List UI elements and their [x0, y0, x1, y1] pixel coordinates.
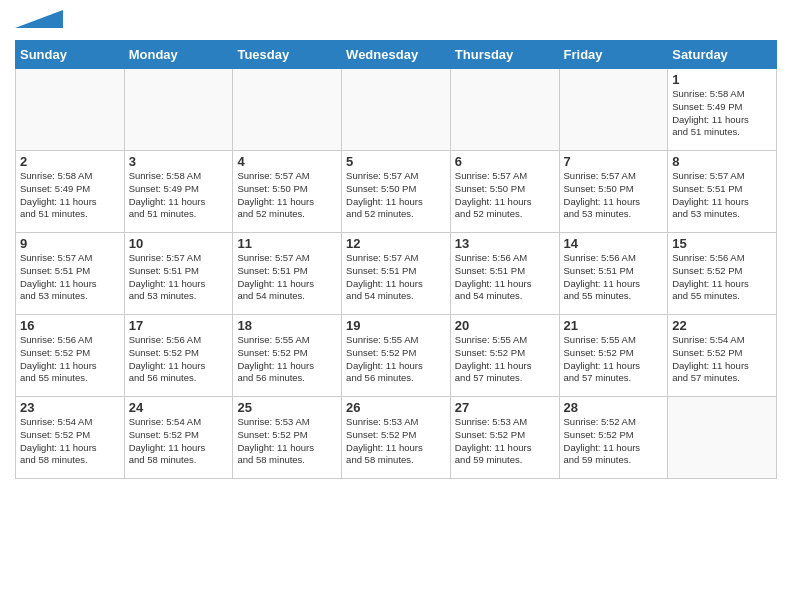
- logo-triangle-icon: [15, 10, 63, 28]
- calendar-cell: 18Sunrise: 5:55 AMSunset: 5:52 PMDayligh…: [233, 315, 342, 397]
- weekday-header: Sunday: [16, 41, 125, 69]
- calendar-cell: [450, 69, 559, 151]
- day-detail: Sunrise: 5:56 AMSunset: 5:52 PMDaylight:…: [20, 334, 120, 385]
- day-detail: Sunrise: 5:57 AMSunset: 5:51 PMDaylight:…: [672, 170, 772, 221]
- weekday-header: Thursday: [450, 41, 559, 69]
- day-detail: Sunrise: 5:57 AMSunset: 5:50 PMDaylight:…: [237, 170, 337, 221]
- day-number: 11: [237, 236, 337, 251]
- calendar-cell: 23Sunrise: 5:54 AMSunset: 5:52 PMDayligh…: [16, 397, 125, 479]
- day-detail: Sunrise: 5:58 AMSunset: 5:49 PMDaylight:…: [129, 170, 229, 221]
- day-detail: Sunrise: 5:56 AMSunset: 5:52 PMDaylight:…: [129, 334, 229, 385]
- calendar-table: SundayMondayTuesdayWednesdayThursdayFrid…: [15, 40, 777, 479]
- calendar-cell: 4Sunrise: 5:57 AMSunset: 5:50 PMDaylight…: [233, 151, 342, 233]
- calendar-cell: 8Sunrise: 5:57 AMSunset: 5:51 PMDaylight…: [668, 151, 777, 233]
- calendar-cell: 26Sunrise: 5:53 AMSunset: 5:52 PMDayligh…: [342, 397, 451, 479]
- calendar-cell: 11Sunrise: 5:57 AMSunset: 5:51 PMDayligh…: [233, 233, 342, 315]
- calendar-cell: 7Sunrise: 5:57 AMSunset: 5:50 PMDaylight…: [559, 151, 668, 233]
- calendar-cell: 24Sunrise: 5:54 AMSunset: 5:52 PMDayligh…: [124, 397, 233, 479]
- day-number: 24: [129, 400, 229, 415]
- day-detail: Sunrise: 5:54 AMSunset: 5:52 PMDaylight:…: [672, 334, 772, 385]
- calendar-cell: 12Sunrise: 5:57 AMSunset: 5:51 PMDayligh…: [342, 233, 451, 315]
- day-detail: Sunrise: 5:55 AMSunset: 5:52 PMDaylight:…: [455, 334, 555, 385]
- calendar-week-row: 2Sunrise: 5:58 AMSunset: 5:49 PMDaylight…: [16, 151, 777, 233]
- day-detail: Sunrise: 5:56 AMSunset: 5:52 PMDaylight:…: [672, 252, 772, 303]
- day-number: 22: [672, 318, 772, 333]
- day-number: 21: [564, 318, 664, 333]
- day-number: 4: [237, 154, 337, 169]
- calendar-week-row: 23Sunrise: 5:54 AMSunset: 5:52 PMDayligh…: [16, 397, 777, 479]
- calendar-week-row: 9Sunrise: 5:57 AMSunset: 5:51 PMDaylight…: [16, 233, 777, 315]
- calendar-cell: 9Sunrise: 5:57 AMSunset: 5:51 PMDaylight…: [16, 233, 125, 315]
- calendar-cell: 15Sunrise: 5:56 AMSunset: 5:52 PMDayligh…: [668, 233, 777, 315]
- calendar-cell: [559, 69, 668, 151]
- day-number: 5: [346, 154, 446, 169]
- day-number: 18: [237, 318, 337, 333]
- calendar-cell: [16, 69, 125, 151]
- calendar-cell: 5Sunrise: 5:57 AMSunset: 5:50 PMDaylight…: [342, 151, 451, 233]
- day-detail: Sunrise: 5:57 AMSunset: 5:51 PMDaylight:…: [20, 252, 120, 303]
- weekday-header: Friday: [559, 41, 668, 69]
- calendar-cell: 21Sunrise: 5:55 AMSunset: 5:52 PMDayligh…: [559, 315, 668, 397]
- day-detail: Sunrise: 5:53 AMSunset: 5:52 PMDaylight:…: [346, 416, 446, 467]
- weekday-header: Tuesday: [233, 41, 342, 69]
- day-number: 28: [564, 400, 664, 415]
- day-number: 27: [455, 400, 555, 415]
- calendar-cell: 27Sunrise: 5:53 AMSunset: 5:52 PMDayligh…: [450, 397, 559, 479]
- day-detail: Sunrise: 5:57 AMSunset: 5:51 PMDaylight:…: [346, 252, 446, 303]
- weekday-header-row: SundayMondayTuesdayWednesdayThursdayFrid…: [16, 41, 777, 69]
- calendar-cell: 16Sunrise: 5:56 AMSunset: 5:52 PMDayligh…: [16, 315, 125, 397]
- day-number: 1: [672, 72, 772, 87]
- day-number: 13: [455, 236, 555, 251]
- day-detail: Sunrise: 5:57 AMSunset: 5:51 PMDaylight:…: [129, 252, 229, 303]
- day-detail: Sunrise: 5:57 AMSunset: 5:51 PMDaylight:…: [237, 252, 337, 303]
- day-number: 12: [346, 236, 446, 251]
- calendar-cell: [342, 69, 451, 151]
- day-number: 20: [455, 318, 555, 333]
- day-detail: Sunrise: 5:55 AMSunset: 5:52 PMDaylight:…: [237, 334, 337, 385]
- calendar-cell: 10Sunrise: 5:57 AMSunset: 5:51 PMDayligh…: [124, 233, 233, 315]
- calendar-cell: 3Sunrise: 5:58 AMSunset: 5:49 PMDaylight…: [124, 151, 233, 233]
- calendar-cell: 25Sunrise: 5:53 AMSunset: 5:52 PMDayligh…: [233, 397, 342, 479]
- day-detail: Sunrise: 5:54 AMSunset: 5:52 PMDaylight:…: [20, 416, 120, 467]
- day-detail: Sunrise: 5:55 AMSunset: 5:52 PMDaylight:…: [564, 334, 664, 385]
- weekday-header: Wednesday: [342, 41, 451, 69]
- header-area: [15, 10, 777, 32]
- calendar-cell: [233, 69, 342, 151]
- day-detail: Sunrise: 5:56 AMSunset: 5:51 PMDaylight:…: [564, 252, 664, 303]
- page: SundayMondayTuesdayWednesdayThursdayFrid…: [0, 0, 792, 489]
- calendar-cell: [124, 69, 233, 151]
- calendar-cell: 13Sunrise: 5:56 AMSunset: 5:51 PMDayligh…: [450, 233, 559, 315]
- calendar-cell: 6Sunrise: 5:57 AMSunset: 5:50 PMDaylight…: [450, 151, 559, 233]
- calendar-cell: 28Sunrise: 5:52 AMSunset: 5:52 PMDayligh…: [559, 397, 668, 479]
- day-detail: Sunrise: 5:58 AMSunset: 5:49 PMDaylight:…: [20, 170, 120, 221]
- day-detail: Sunrise: 5:58 AMSunset: 5:49 PMDaylight:…: [672, 88, 772, 139]
- day-number: 8: [672, 154, 772, 169]
- day-detail: Sunrise: 5:57 AMSunset: 5:50 PMDaylight:…: [346, 170, 446, 221]
- calendar-cell: 20Sunrise: 5:55 AMSunset: 5:52 PMDayligh…: [450, 315, 559, 397]
- calendar-cell: 14Sunrise: 5:56 AMSunset: 5:51 PMDayligh…: [559, 233, 668, 315]
- day-number: 19: [346, 318, 446, 333]
- day-number: 15: [672, 236, 772, 251]
- day-number: 9: [20, 236, 120, 251]
- day-number: 6: [455, 154, 555, 169]
- svg-marker-0: [15, 10, 63, 28]
- logo: [15, 10, 63, 32]
- day-detail: Sunrise: 5:57 AMSunset: 5:50 PMDaylight:…: [564, 170, 664, 221]
- day-number: 16: [20, 318, 120, 333]
- day-number: 14: [564, 236, 664, 251]
- day-detail: Sunrise: 5:52 AMSunset: 5:52 PMDaylight:…: [564, 416, 664, 467]
- day-detail: Sunrise: 5:57 AMSunset: 5:50 PMDaylight:…: [455, 170, 555, 221]
- calendar-week-row: 16Sunrise: 5:56 AMSunset: 5:52 PMDayligh…: [16, 315, 777, 397]
- calendar-week-row: 1Sunrise: 5:58 AMSunset: 5:49 PMDaylight…: [16, 69, 777, 151]
- day-number: 17: [129, 318, 229, 333]
- weekday-header: Saturday: [668, 41, 777, 69]
- day-detail: Sunrise: 5:54 AMSunset: 5:52 PMDaylight:…: [129, 416, 229, 467]
- day-number: 23: [20, 400, 120, 415]
- day-number: 25: [237, 400, 337, 415]
- calendar-cell: 2Sunrise: 5:58 AMSunset: 5:49 PMDaylight…: [16, 151, 125, 233]
- calendar-cell: 1Sunrise: 5:58 AMSunset: 5:49 PMDaylight…: [668, 69, 777, 151]
- day-number: 10: [129, 236, 229, 251]
- day-number: 3: [129, 154, 229, 169]
- weekday-header: Monday: [124, 41, 233, 69]
- calendar-cell: [668, 397, 777, 479]
